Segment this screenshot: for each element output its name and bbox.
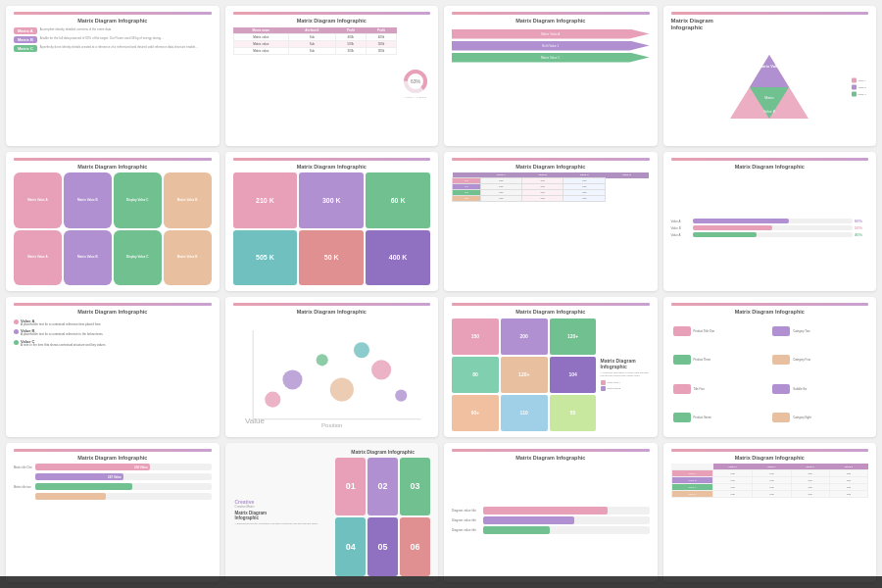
slide-15-bar-row: Diagram value title	[452, 526, 650, 534]
slide-9-dot	[14, 340, 19, 345]
slide-13-row: 247 Value	[14, 473, 212, 480]
slide-11-legend: Data Type A Data Type B	[601, 380, 650, 391]
slide-9-content: Value A A placeholder text for a context…	[14, 318, 212, 431]
slide-16-cell: Sub	[829, 477, 867, 484]
slide-12-label: Subtitle Six	[793, 387, 807, 391]
slide-8-bar-label: Value A	[671, 220, 691, 223]
slide-16-cell: Value D	[671, 491, 713, 498]
svg-text:63%: 63%	[411, 78, 421, 84]
slide-1-row-label: Matrix A	[14, 27, 37, 34]
slide-8-bar-row: Value B 50%	[671, 225, 869, 230]
slide-2-cell: Sub	[289, 33, 336, 40]
slide-8-bar-fill	[693, 219, 789, 223]
slide-1-row-text: A table for the full data powered of 63%…	[40, 37, 164, 41]
slide-12-badge	[772, 355, 790, 365]
legend-item-b: Value B	[852, 84, 866, 89]
slide-2-cell: 400k	[335, 33, 366, 40]
slide-13-fill: 247 Value	[35, 473, 123, 480]
slide-14-num-cell: 03	[400, 458, 430, 516]
slide-12-badge	[772, 413, 790, 422]
slide-12-label: Category Two	[793, 329, 809, 333]
slide-16-cell: Value C	[671, 484, 713, 491]
slide-7-cell: Sub	[480, 196, 521, 202]
slide-12-label: Product Three	[694, 358, 711, 362]
slide-16-cell: Sub	[753, 491, 791, 498]
triangle-legend: Value A Value B Value C	[852, 77, 866, 96]
slide-5-bubble: Matrix Value B	[64, 172, 112, 227]
slide-2-donut: 63% ▪ Value A ▪ Value B	[401, 27, 430, 140]
slide-15-track	[483, 507, 650, 514]
slide-8-bar-track	[693, 225, 854, 230]
slide-1-row-text: A perfectly done identity details create…	[40, 46, 198, 50]
slide-12-badge	[772, 384, 790, 394]
legend-text: Data Type A	[608, 381, 621, 384]
legend-item-a: Value A	[852, 77, 866, 82]
slide-7-topbar	[452, 158, 650, 161]
slide-15-fill	[483, 507, 608, 514]
slide-16-cell: Sub	[713, 470, 753, 477]
slide-10-title: Matrix Diagram Infographic	[233, 309, 431, 316]
slide-13-track	[35, 483, 212, 490]
slide-16-cell: Sub	[713, 484, 753, 491]
svg-point-12	[282, 369, 302, 389]
slide-11-cell: 120+	[550, 318, 597, 355]
slide-13-fill	[35, 493, 106, 500]
slide-7-header: Value D	[605, 172, 649, 178]
slide-5-content: Matrix Value AMatrix Value BDisplay Valu…	[14, 172, 212, 285]
slide-11-text: Matrix Diagram Infographic A complete de…	[601, 318, 650, 431]
slide-16-cell: Sub	[791, 491, 829, 498]
slide-2-cell: 300k	[335, 47, 366, 54]
slide-6: Matrix Diagram Infographic 210 K300 K60 …	[225, 152, 439, 292]
slide-2-legend: ▪ Value A ▪ Value B	[405, 96, 426, 99]
slide-16-topbar	[671, 449, 869, 452]
legend-label-c: Value C	[858, 92, 866, 95]
triangle-diagram: Matrix Value Matrix Value B	[728, 50, 811, 123]
slide-3-arrow-row: Matrix Value A	[452, 29, 650, 39]
slide-8-bar-track	[693, 219, 854, 223]
slide-12-badge	[673, 413, 691, 422]
slide-2-title: Matrix Diagram Infographic	[233, 18, 431, 24]
slide-4-topbar	[671, 12, 869, 15]
slide-10: Matrix Diagram Infographic Value Positio…	[225, 297, 439, 437]
slide-10-topbar	[233, 303, 431, 306]
slide-3-arrow-shape: Bold Value 1	[452, 41, 650, 51]
slide-9-text-wrap: Value B A placeholder text for a context…	[21, 328, 103, 337]
slide-6-topbar	[233, 158, 431, 161]
slide-5-bubble: Display Value C	[114, 230, 162, 285]
slide-9-dot	[14, 319, 19, 324]
slide-14-num-cell: 06	[400, 517, 430, 576]
slide-2-cell: Sub	[289, 47, 336, 54]
slide-3-arrow-row: Matrix Value C	[452, 53, 650, 63]
slide-13-title: Matrix Diagram Infographic	[14, 455, 212, 462]
slide-3-topbar	[452, 12, 650, 15]
slide-11-heading: Matrix Diagram Infographic	[601, 358, 650, 369]
slide-11-topbar	[452, 303, 650, 306]
slide-13-track: 204 Value	[35, 464, 212, 470]
legend-dot-c	[852, 91, 857, 96]
svg-point-14	[329, 377, 353, 401]
svg-point-15	[353, 342, 368, 358]
slide-8-bar-value: 60%	[855, 219, 868, 223]
slide-16-cell: Sub	[829, 470, 867, 477]
slide-12-label: Title Five	[694, 387, 705, 391]
slide-6-cell: 50 K	[299, 230, 364, 285]
slide-4: Matrix DiagramInfographic Matrix Value M…	[663, 6, 877, 146]
slide-3-arrow-shape: Matrix Value C	[452, 53, 650, 63]
slide-13: Matrix Diagram Infographic Matrix title …	[6, 443, 220, 583]
slide-13-track	[35, 493, 212, 500]
slide-9-item-desc: A note to the item that shows contextual…	[21, 344, 105, 348]
slide-16-cell: Sub	[713, 477, 753, 484]
slide-16-cell: Sub	[753, 484, 791, 491]
slide-16-cell: Sub	[753, 477, 791, 484]
slide-12-label: Category Eight	[793, 416, 811, 419]
slide-15-fill	[483, 516, 574, 524]
watermark	[0, 576, 882, 588]
slide-1-topbar	[14, 12, 212, 15]
slide-8-content: Value A 60% Value B 50% Value A 40%	[671, 172, 869, 285]
slide-9-text-wrap: Value A A placeholder text for a context…	[21, 318, 101, 327]
slide-3-arrow-shape: Matrix Value A	[452, 29, 650, 39]
slide-11: Matrix Diagram Infographic 150200120+801…	[444, 297, 658, 437]
slide-13-fill: 204 Value	[35, 464, 150, 470]
slide-5-bubble: Matrix Value B	[164, 230, 212, 285]
slide-7-title: Matrix Diagram Infographic	[452, 164, 650, 171]
